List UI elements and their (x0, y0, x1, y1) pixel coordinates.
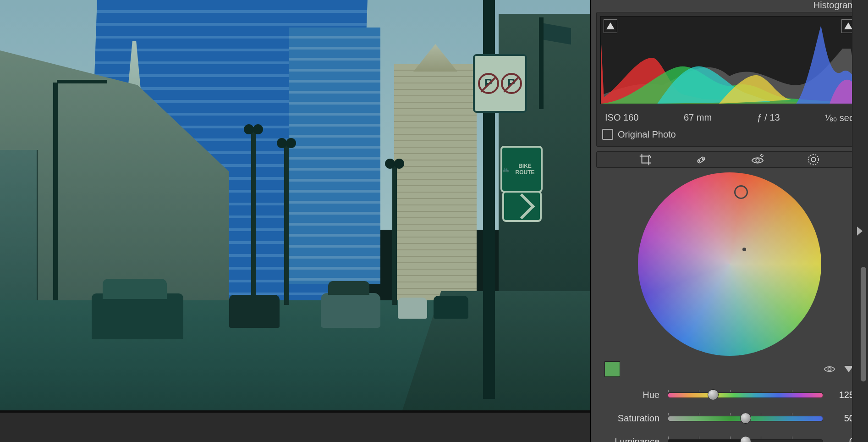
luminance-slider-row: Luminance 0 (604, 436, 854, 442)
right-rail (852, 0, 868, 442)
mask-tool-icon[interactable] (806, 152, 821, 167)
original-photo-row[interactable]: Original Photo (597, 126, 862, 146)
luminance-label: Luminance (604, 436, 659, 442)
selected-color-swatch[interactable] (604, 361, 620, 377)
saturation-value[interactable]: 50 (831, 413, 854, 424)
exif-iso: ISO 160 (605, 112, 638, 123)
panel-scrollbar-thumb[interactable] (861, 267, 866, 381)
develop-panel: Histogram (590, 0, 868, 442)
saturation-slider-handle[interactable] (740, 413, 751, 424)
exif-aperture: ƒ / 13 (757, 112, 780, 123)
histogram-panel-header[interactable]: Histogram (591, 0, 868, 8)
original-photo-label: Original Photo (618, 129, 676, 140)
visibility-toggle-icon[interactable] (823, 363, 836, 376)
luminance-slider[interactable] (668, 439, 823, 442)
histogram-svg (601, 17, 858, 104)
turn-arrow-sign (502, 191, 542, 222)
histogram-box: ISO 160 67 mm ƒ / 13 ¹⁄₈₀ sec Original P… (596, 12, 863, 147)
photo-content: PP 🚲BIKE ROUTE (0, 0, 590, 410)
svg-point-2 (703, 159, 703, 160)
color-wheel[interactable] (638, 172, 821, 356)
hue-slider-row: Hue 125 (604, 390, 854, 400)
hue-label: Hue (604, 390, 659, 400)
color-grading-panel: Hue 125 Saturation 50 Luminance (596, 172, 863, 442)
luminance-value[interactable]: 0 (831, 436, 854, 442)
filmstrip-bar[interactable] (0, 413, 590, 442)
hue-value[interactable]: 125 (831, 390, 854, 400)
svg-point-1 (699, 160, 700, 161)
app-root: PP 🚲BIKE ROUTE Histogram (0, 0, 868, 442)
exif-focal: 67 mm (684, 112, 712, 123)
saturation-slider-row: Saturation 50 (604, 413, 854, 424)
photo-preview-area: PP 🚲BIKE ROUTE (0, 0, 590, 442)
crop-tool-icon[interactable] (637, 152, 653, 167)
hue-slider-handle[interactable] (708, 389, 719, 400)
luminance-slider-handle[interactable] (740, 436, 751, 442)
bike-route-sign: 🚲BIKE ROUTE (500, 146, 543, 193)
saturation-slider[interactable] (668, 416, 823, 421)
redeye-tool-icon[interactable] (750, 152, 765, 167)
heal-tool-icon[interactable] (693, 152, 709, 167)
svg-line-4 (760, 154, 762, 156)
exif-shutter: ¹⁄₈₀ sec (825, 112, 854, 123)
expand-right-panel-icon[interactable] (857, 227, 863, 236)
exif-row: ISO 160 67 mm ƒ / 13 ¹⁄₈₀ sec (597, 108, 862, 126)
color-wheel-picker-handle[interactable] (734, 185, 748, 199)
svg-point-3 (756, 159, 759, 162)
no-parking-sign: PP (473, 54, 527, 113)
hue-slider[interactable] (668, 392, 823, 398)
svg-point-7 (812, 157, 816, 161)
color-wheel-center (742, 248, 746, 251)
tool-strip (596, 151, 863, 168)
photo-canvas[interactable]: PP 🚲BIKE ROUTE (0, 0, 590, 410)
svg-line-5 (761, 156, 764, 157)
svg-point-8 (828, 368, 831, 371)
svg-rect-0 (697, 156, 705, 164)
histogram-plot[interactable] (600, 16, 858, 104)
original-photo-checkbox[interactable] (602, 129, 613, 140)
saturation-label: Saturation (604, 413, 659, 424)
svg-point-6 (808, 155, 819, 165)
